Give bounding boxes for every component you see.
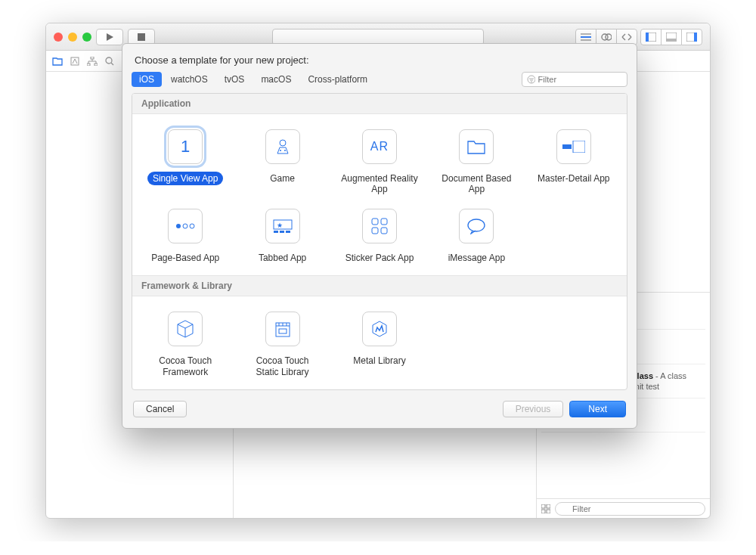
template-game[interactable]: Game xyxy=(235,126,329,200)
template-label: Master-Detail App xyxy=(532,172,615,185)
maximize-window-button[interactable] xyxy=(82,33,91,42)
svg-rect-27 xyxy=(547,510,550,513)
template-label: Single View App xyxy=(147,172,224,185)
svg-rect-41 xyxy=(286,231,290,233)
platform-tab-ios[interactable]: iOS xyxy=(132,72,162,87)
traffic-lights[interactable] xyxy=(54,33,91,42)
next-button[interactable]: Next xyxy=(569,401,626,417)
svg-rect-0 xyxy=(138,33,145,41)
sheet-title: Choose a template for your new project: xyxy=(122,44,637,72)
template-filter-input[interactable] xyxy=(538,75,622,84)
application-templates-grid: 1 Single View App Game AR Augmented Real… xyxy=(132,114,627,275)
template-label: Sticker Pack App xyxy=(340,251,420,265)
svg-rect-33 xyxy=(573,141,585,153)
template-cocoa-touch-static-library[interactable]: Cocoa Touch Static Library xyxy=(235,309,329,382)
svg-text:★: ★ xyxy=(277,222,283,229)
symbol-navigator-icon[interactable] xyxy=(70,57,79,66)
svg-rect-43 xyxy=(381,219,387,225)
template-tabbed-app[interactable]: ★ Tabbed App xyxy=(235,206,329,268)
page-based-icon xyxy=(175,222,196,230)
hierarchy-navigator-icon[interactable] xyxy=(87,57,98,66)
search-navigator-icon[interactable] xyxy=(105,57,114,66)
template-page-based-app[interactable]: Page-Based App xyxy=(138,206,232,268)
section-header-framework: Framework & Library xyxy=(132,275,627,296)
svg-point-31 xyxy=(284,150,286,151)
template-label: Tabbed App xyxy=(253,251,311,265)
framework-templates-grid: Cocoa Touch Framework Cocoa Touch Static… xyxy=(132,296,627,389)
svg-rect-45 xyxy=(381,228,387,234)
xcode-window: ? ction ass - A Cocoa xyxy=(45,23,711,519)
platform-tab-tvos[interactable]: tvOS xyxy=(217,72,253,87)
toggle-debug-area-button[interactable] xyxy=(661,29,682,45)
platform-tab-crossplatform[interactable]: Cross-platform xyxy=(300,72,375,87)
previous-button[interactable]: Previous xyxy=(503,401,564,417)
template-label: Cocoa Touch Static Library xyxy=(238,354,326,379)
game-icon xyxy=(273,137,293,157)
cancel-button[interactable]: Cancel xyxy=(133,401,187,417)
svg-rect-11 xyxy=(694,33,697,42)
svg-rect-7 xyxy=(646,33,649,42)
minimize-window-button[interactable] xyxy=(68,33,77,42)
static-library-icon xyxy=(273,320,293,338)
close-window-button[interactable] xyxy=(54,33,63,42)
template-imessage-app[interactable]: iMessage App xyxy=(429,206,523,268)
grid-view-icon[interactable] xyxy=(541,504,550,513)
svg-rect-48 xyxy=(279,329,287,333)
new-project-template-sheet: Choose a template for your new project: … xyxy=(122,43,637,429)
svg-rect-42 xyxy=(372,219,378,225)
sheet-footer: Cancel Previous Next xyxy=(122,390,637,417)
run-button[interactable] xyxy=(96,29,123,45)
framework-icon xyxy=(175,319,195,339)
template-metal-library[interactable]: Metal Library xyxy=(333,309,426,382)
svg-point-16 xyxy=(106,57,112,64)
section-header-application: Application xyxy=(132,94,627,114)
svg-point-36 xyxy=(190,224,194,228)
toggle-navigator-button[interactable] xyxy=(640,29,662,45)
svg-rect-2 xyxy=(581,33,591,35)
svg-rect-40 xyxy=(280,231,284,233)
template-augmented-reality-app[interactable]: AR Augmented Reality App xyxy=(333,126,426,200)
platform-tab-watchos[interactable]: watchOS xyxy=(163,72,215,87)
template-label: Document Based App xyxy=(432,172,520,197)
svg-point-35 xyxy=(183,224,187,228)
template-master-detail-app[interactable]: Master-Detail App xyxy=(527,126,621,200)
svg-rect-24 xyxy=(541,504,545,508)
project-navigator-icon[interactable] xyxy=(52,57,63,66)
template-sticker-pack-app[interactable]: Sticker Pack App xyxy=(333,206,426,268)
template-label: Augmented Reality App xyxy=(336,172,423,197)
svg-rect-1 xyxy=(581,36,591,38)
svg-rect-32 xyxy=(562,144,572,149)
tabbed-icon: ★ xyxy=(272,219,293,234)
template-label: Cocoa Touch Framework xyxy=(141,354,229,379)
svg-rect-9 xyxy=(666,39,677,42)
svg-rect-3 xyxy=(581,39,591,41)
svg-point-34 xyxy=(176,224,181,228)
svg-rect-26 xyxy=(541,510,545,513)
imessage-icon xyxy=(466,218,486,234)
folder-icon xyxy=(466,138,486,155)
svg-point-29 xyxy=(280,140,286,146)
template-cocoa-touch-framework[interactable]: Cocoa Touch Framework xyxy=(138,309,232,382)
svg-point-5 xyxy=(606,34,612,40)
toggle-inspector-button[interactable] xyxy=(681,29,702,45)
object-library-filter-bar xyxy=(537,498,710,518)
svg-rect-13 xyxy=(91,57,94,59)
template-single-view-app[interactable]: 1 Single View App xyxy=(138,126,232,200)
master-detail-icon xyxy=(562,141,585,153)
template-document-based-app[interactable]: Document Based App xyxy=(429,126,523,200)
single-view-icon: 1 xyxy=(181,137,190,157)
svg-point-46 xyxy=(468,219,485,231)
template-label: Game xyxy=(265,172,300,185)
svg-rect-14 xyxy=(87,64,90,66)
filter-icon xyxy=(527,75,535,84)
template-list: Application 1 Single View App Game AR Au… xyxy=(132,93,627,390)
svg-rect-44 xyxy=(372,228,378,234)
svg-rect-15 xyxy=(94,64,98,66)
platform-tab-macos[interactable]: macOS xyxy=(253,72,299,87)
svg-rect-39 xyxy=(274,231,278,233)
svg-point-30 xyxy=(280,150,281,151)
template-filter-field[interactable] xyxy=(522,72,627,87)
template-label: Metal Library xyxy=(348,354,411,367)
svg-rect-25 xyxy=(547,504,550,508)
object-library-filter-input[interactable] xyxy=(555,502,705,516)
